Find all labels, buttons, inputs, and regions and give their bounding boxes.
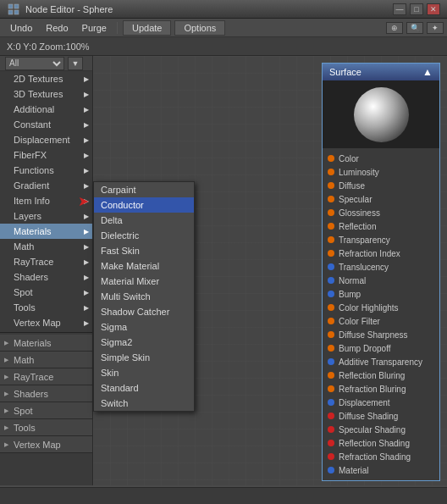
prop-additive-transparency: Additive Transparency	[328, 355, 434, 368]
submenu-item-delta[interactable]: Delta	[94, 213, 194, 228]
sidebar-item-additional[interactable]: Additional	[0, 102, 92, 117]
sidebar-item-3dtextures[interactable]: 3D Textures	[0, 86, 92, 102]
prop-dot-colorhighlight	[328, 304, 334, 311]
prop-dot-reflection	[328, 223, 334, 230]
sidebar-label: 2D Textures	[14, 74, 63, 84]
submenu-item-sigma[interactable]: Sigma	[94, 319, 194, 335]
options-button[interactable]: Options	[174, 20, 225, 36]
prop-dot-transparency	[328, 236, 334, 243]
submenu-item-materialmixer[interactable]: Material Mixer	[94, 274, 194, 289]
submenu-item-dielectric[interactable]: Dielectric	[94, 228, 194, 243]
sidebar-label: Additional	[14, 104, 54, 114]
undo-menu[interactable]: Undo	[3, 21, 39, 35]
group-vertexmap[interactable]: Vertex Map	[0, 436, 92, 453]
star-icon[interactable]: ✦	[427, 22, 444, 34]
sidebar-item-math[interactable]: Math	[0, 239, 92, 254]
prop-glossiness: Glossiness	[328, 206, 434, 219]
sidebar-label: Shaders	[14, 272, 48, 282]
prop-dot-specular	[328, 196, 334, 202]
prop-color-highlights: Color Highlights	[328, 301, 434, 314]
prop-color: Color	[328, 152, 434, 165]
submenu-item-fastskin[interactable]: Fast Skin	[94, 243, 194, 258]
filter-btn[interactable]: ▼	[68, 57, 83, 70]
submenu-item-sigma2[interactable]: Sigma2	[94, 335, 194, 350]
move-icon[interactable]: ⊕	[386, 22, 403, 34]
sidebar-bottom-groups: Materials Math RayTrace Shaders Spot Too…	[0, 335, 92, 453]
prop-dot-bump	[328, 291, 334, 297]
prop-refraction-bluring: Refraction Bluring	[328, 382, 434, 396]
zoom-info: X:0 Y:0 Zoom:100%	[7, 42, 90, 52]
materials-submenu: Carpaint Conductor Delta Dielectric Fast…	[93, 181, 195, 412]
close-button[interactable]: ✕	[427, 3, 440, 15]
prop-material: Material	[328, 463, 434, 477]
sidebar-item-constant[interactable]: Constant	[0, 117, 92, 132]
group-math[interactable]: Math	[0, 352, 92, 368]
type-select[interactable]: All	[5, 57, 64, 70]
sidebar-item-vertexmap[interactable]: Vertex Map	[0, 315, 92, 330]
group-materials[interactable]: Materials	[0, 335, 92, 352]
prop-dot-refractionshading	[328, 453, 334, 460]
sidebar-item-2dtextures[interactable]: 2D Textures	[0, 71, 92, 86]
sidebar-item-fiberfx[interactable]: FiberFX	[0, 147, 92, 163]
prop-dot-material	[328, 467, 334, 474]
sidebar-item-functions[interactable]: Functions	[0, 163, 92, 178]
prop-normal: Normal	[328, 274, 434, 287]
submenu-item-standard[interactable]: Standard	[94, 380, 194, 396]
sidebar-item-layers[interactable]: Layers	[0, 208, 92, 224]
submenu-item-conductor[interactable]: Conductor	[94, 197, 194, 213]
prop-dot-luminosity	[328, 169, 334, 175]
submenu-item-shadowcatcher[interactable]: Shadow Catcher	[94, 304, 194, 319]
left-sidebar: All ▼ 2D Textures 3D Textures Additional…	[0, 56, 93, 485]
update-button[interactable]: Update	[123, 20, 171, 36]
sidebar-item-shaders[interactable]: Shaders	[0, 269, 92, 285]
menu-divider	[117, 22, 118, 34]
sidebar-item-gradient[interactable]: Gradient	[0, 178, 92, 193]
prop-dot-diffuseshading	[328, 413, 334, 419]
group-shaders[interactable]: Shaders	[0, 385, 92, 402]
redo-menu[interactable]: Redo	[39, 21, 74, 35]
prop-translucency: Translucency	[328, 260, 434, 274]
submenu-item-multiswitch[interactable]: Multi Switch	[94, 289, 194, 304]
group-spot[interactable]: Spot	[0, 402, 92, 419]
prop-specular-shading: Specular Shading	[328, 423, 434, 436]
submenu-item-simpleskin[interactable]: Simple Skin	[94, 350, 194, 365]
sidebar-item-displacement[interactable]: Displacement	[0, 132, 92, 147]
prop-dot-normal	[328, 277, 334, 284]
svg-rect-1	[14, 4, 19, 8]
sidebar-label: 3D Textures	[14, 89, 63, 99]
search-icon[interactable]: 🔍	[406, 22, 423, 34]
minimize-button[interactable]: —	[393, 3, 406, 15]
surface-panel: Surface ▲ Color Luminosity	[322, 63, 440, 481]
sidebar-label: Tools	[14, 302, 36, 313]
purge-menu[interactable]: Purge	[75, 21, 113, 35]
submenu-popup: Carpaint Conductor Delta Dielectric Fast…	[93, 181, 195, 412]
prop-transparency: Transparency	[328, 233, 434, 246]
prop-diffuse-shading: Diffuse Shading	[328, 409, 434, 423]
sidebar-item-materials[interactable]: Materials	[0, 224, 92, 239]
sidebar-label: Item Info	[14, 196, 50, 206]
submenu-item-carpaint[interactable]: Carpaint	[94, 182, 194, 197]
maximize-button[interactable]: □	[410, 3, 423, 15]
prop-color-filter: Color Filter	[328, 314, 434, 328]
submenu-item-makematerial[interactable]: Make Material	[94, 258, 194, 274]
submenu-item-switch[interactable]: Switch	[94, 396, 194, 411]
prop-displacement: Displacement	[328, 396, 434, 409]
group-raytrace[interactable]: RayTrace	[0, 368, 92, 385]
sidebar-item-spot[interactable]: Spot	[0, 285, 92, 300]
prop-dot-diffusesharp	[328, 331, 334, 338]
surface-header: Surface ▲	[323, 64, 439, 80]
sphere-preview	[354, 87, 409, 142]
surface-scroll-up[interactable]: ▲	[422, 66, 433, 78]
sidebar-item-tools[interactable]: Tools	[0, 300, 92, 315]
surface-title: Surface	[329, 67, 361, 77]
main-content: All ▼ 2D Textures 3D Textures Additional…	[0, 56, 447, 485]
submenu-item-skin[interactable]: Skin	[94, 365, 194, 380]
prop-dot-reflectionshading	[328, 440, 334, 446]
prop-refraction-index: Refraction Index	[328, 246, 434, 260]
menu-bar: Undo Redo Purge Update Options ⊕ 🔍 ✦	[0, 19, 447, 37]
toolbar: X:0 Y:0 Zoom:100%	[0, 37, 447, 56]
group-tools[interactable]: Tools	[0, 419, 92, 436]
sidebar-item-raytrace[interactable]: RayTrace	[0, 254, 92, 269]
prop-luminosity: Luminosity	[328, 165, 434, 179]
sidebar-label: RayTrace	[14, 257, 53, 267]
